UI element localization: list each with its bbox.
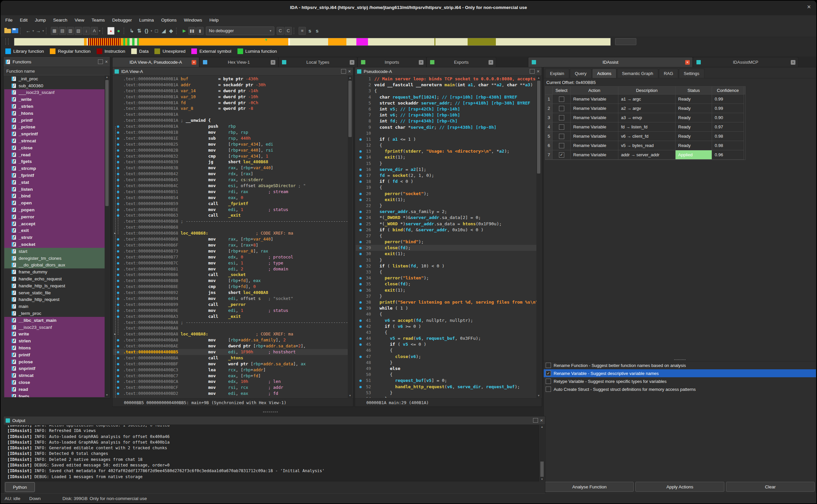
disasm-line[interactable]: .text:0000000000400B1A buf = byte ptr -4… [113,76,348,82]
pseudocode-line[interactable]: 13 fprintf(stderr, "Usage: %s <directory… [356,148,536,154]
function-list-item[interactable]: f_fgets [4,158,105,165]
function-list-item[interactable]: f_init_proc [4,75,105,82]
jump-swap-icon[interactable]: ⇅ [136,27,142,35]
disasm-line[interactable]: .text:0000000000400B1A var_8 = qword ptr… [113,106,348,111]
function-list-item[interactable]: f_strncat [4,137,105,144]
pseudocode-line[interactable]: 34 perror("listen"); [356,275,536,281]
output-log[interactable]: [IDAssist] INFO: Action application comp… [4,425,539,481]
compiler-c-icon[interactable]: C [277,27,284,35]
function-list-item[interactable]: fmain [4,303,105,310]
text-style-dropdown-icon[interactable]: ▾ [98,27,101,35]
function-list-item[interactable]: fframe_dummy [4,268,105,275]
function-list-item[interactable]: f_popen [4,206,105,213]
disasm-line[interactable]: .text:0000000000400B32 cmp [rbp+var_434]… [113,153,348,159]
menu-view[interactable]: View [75,18,84,23]
function-list-item[interactable]: f_stat [4,179,105,186]
save-file-icon[interactable] [12,28,18,33]
edit-icon[interactable]: ◢ [160,27,167,35]
pseudocode-line[interactable]: 25 *(_WORD *)server_addr.sa_data = htons… [356,221,536,227]
disasm-line[interactable]: .text:0000000000400BBA call _htons [113,355,348,361]
string-s1-icon[interactable]: s [307,27,313,35]
scroll-down-icon[interactable]: ▼ [105,393,109,397]
function-list-item[interactable]: fhandle_echo_request [4,275,105,282]
idassist-tab-semantic-graph[interactable]: Semantic Graph [617,69,658,78]
function-list-item[interactable]: ffgets [4,393,105,397]
select-cell[interactable]: ✓ [553,150,570,160]
debugger-select[interactable]: No debugger▾ [206,27,274,35]
disasm-line[interactable]: .text:0000000000400B2B mov [rbp+var_440]… [113,147,348,153]
scroll-down-icon[interactable]: ▼ [540,477,544,481]
menu-jump[interactable]: Jump [35,18,46,23]
option-checkbox[interactable] [546,387,551,392]
scroll-up-icon[interactable]: ▲ [536,76,541,80]
disasm-scrollbar[interactable]: ▲ ▼ [348,76,352,398]
disasm-line[interactable]: .text:0000000000400B1A [113,111,348,117]
option-checkbox[interactable]: ✓ [546,371,551,376]
pseudocode-line[interactable]: 7 int v6; // [rsp+430h] [rbp-10h] [356,112,536,118]
function-list-item[interactable]: fwrite [4,330,105,337]
pseudocode-line[interactable]: 44 v5 = read(v6, request_buf, 0x3FFu); [356,335,536,341]
menu-search[interactable]: Search [53,18,67,23]
disasm-line[interactable]: .text:0000000000400B25 mov [rbp+var_434]… [113,141,348,147]
disasm-line[interactable]: .text:0000000000400BCA mov edx, 10h ; le… [113,379,348,385]
jump-down-icon[interactable]: ↓ [83,27,90,35]
menu-help[interactable]: Help [210,18,219,23]
disasm-line[interactable]: .text:0000000000400B3B mov rax, [rbp+var… [113,165,348,171]
pseudocode-listing[interactable]: 1// Main server loop: binds TCP socket t… [356,76,536,398]
row-checkbox[interactable] [559,124,564,130]
action-option[interactable]: Rename Function - Suggest better functio… [544,361,816,369]
idassist-tab-actions[interactable]: Actions [592,69,617,78]
table-row[interactable]: 2Rename Variablea2 → argvReady0.99 [545,104,745,113]
pseudocode-line[interactable]: 33 { [356,269,536,275]
disasm-line[interactable]: .text:0000000000400B8E cmp [rbp+fd], 0 [113,284,348,290]
disasm-line[interactable]: .text:0000000000400BBF mov word ptr [rbp… [113,361,348,367]
ida-view-float-icon[interactable] [341,69,346,74]
lumina-icon[interactable]: ● [115,27,122,35]
disasm-line[interactable]: .text:0000000000400B86 call _socket [113,272,348,278]
function-list-item[interactable]: f__do_global_dtors_aux [4,262,105,269]
function-list-item[interactable]: f_open [4,199,105,206]
disasm-line[interactable]: .text:0000000000400B1A fd = dword ptr -0… [113,100,348,106]
tab-hex-view-1[interactable]: Hex View-1✕ [199,57,278,67]
disasm-line[interactable]: .text:0000000000400B99 call _perror [113,302,348,308]
function-list-item[interactable]: fhandle_http_request [4,296,105,303]
pseudocode-line[interactable]: 42 if ( v6 >= 0 ) [356,324,536,329]
function-list-item[interactable]: fpclose [4,358,105,365]
disasm-line[interactable]: .text:0000000000400B92 jns short loc_400… [113,290,348,296]
function-list-item[interactable]: fread [4,386,105,393]
window-grid-icon[interactable]: ▦ [51,27,58,35]
disasm-line[interactable]: .text:0000000000400B1A push rbp [113,123,348,129]
disasm-line[interactable]: .text:0000000000400B1A ; __unwind { [113,117,348,123]
disasm-line[interactable]: .text:0000000000400BA8 [113,325,348,331]
tab-idassistmcp[interactable]: IDAssistMCP✕ [693,57,798,67]
text-style-icon[interactable]: A [91,27,98,35]
disasm-line[interactable]: .text:0000000000400BC3 lea rcx, [rbp+add… [113,367,348,373]
scroll-up-icon[interactable]: ▲ [105,75,109,79]
table-row[interactable]: 4Rename Variablefd → listen_fdReady0.97 [545,122,745,132]
tab-close-icon[interactable]: ✕ [791,60,795,65]
pseudocode-line[interactable]: 11 if ( a1 <= 1 ) [356,136,536,142]
function-list-item[interactable]: f__isoc23_sscanf [4,324,105,331]
disasm-line[interactable]: .text:0000000000400B1A var_14 = dword pt… [113,88,348,94]
disasm-line[interactable]: .text:0000000000400B9E mov edi, 1 ; stat… [113,308,348,314]
output-float-icon[interactable] [533,418,538,423]
pseudocode-float-icon[interactable] [530,69,535,74]
function-list-item[interactable]: f_printf [4,117,105,124]
select-cell[interactable] [553,104,570,113]
action-option[interactable]: ✓Rename Variable - Suggest descriptive v… [544,369,816,377]
function-list-item[interactable]: f_pclose [4,124,105,131]
idassist-tab-settings[interactable]: Settings [679,69,705,78]
pseudocode-line[interactable]: 9 const char *serve_dir; // [rsp+438h] [… [356,124,536,130]
pseudocode-line[interactable]: 12 { [356,142,536,148]
function-list-item[interactable]: fsub_400360 [4,82,105,89]
ida-view-titlebar[interactable]: IDA View-A ✕ [112,67,353,76]
output-close-icon[interactable]: ✕ [540,418,543,423]
more-dropdown-icon[interactable]: ▾ [150,27,153,35]
disasm-line[interactable]: .text:0000000000400B4C mov esi, offset a… [113,183,348,189]
scroll-up-icon[interactable]: ▲ [540,425,544,429]
pseudocode-line[interactable]: 19 { [356,184,536,190]
pseudocode-line[interactable]: 28 perror("bind"); [356,239,536,245]
pseudocode-line[interactable]: 40 { [356,311,536,317]
function-list-item[interactable]: fclose [4,379,105,386]
start-process-icon[interactable]: ▶ [181,27,187,35]
